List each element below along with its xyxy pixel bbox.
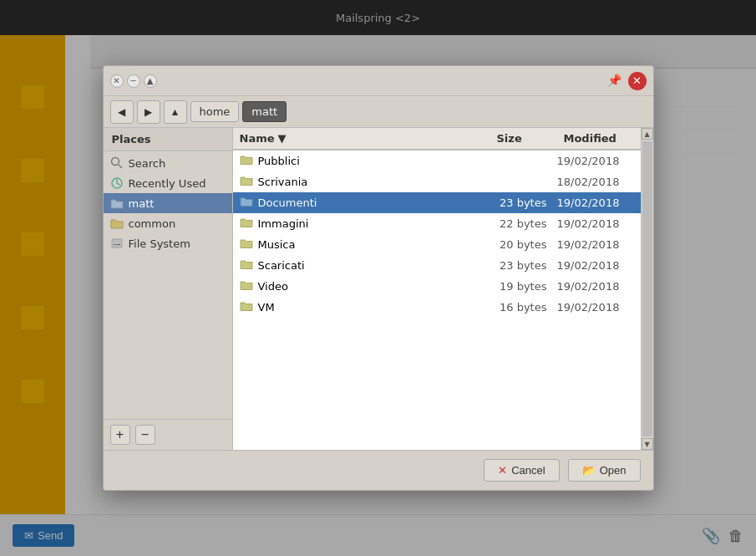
forward-button[interactable]: ▶ (137, 100, 160, 124)
file-name: Scaricati (258, 259, 305, 272)
back-button[interactable]: ◀ (110, 100, 134, 124)
file-row[interactable]: VM16 bytes19/02/2018 (233, 297, 641, 318)
dialog-titlebar-right: 📌 ✕ (606, 72, 647, 90)
file-modified-date: 19/02/2018 (557, 259, 641, 272)
file-size: 23 bytes (490, 259, 557, 272)
files-header: Name ▼ Size Modified (233, 128, 641, 150)
col-header-name[interactable]: Name ▼ (233, 128, 490, 149)
search-icon (110, 156, 124, 170)
up-button[interactable]: ▲ (164, 100, 187, 124)
file-name: Scrivania (258, 176, 308, 188)
file-size: 16 bytes (490, 301, 557, 314)
place-matt-label: matt (129, 197, 155, 210)
file-size: 20 bytes (490, 238, 557, 251)
file-name-cell: Scaricati (233, 258, 490, 273)
dialog-expand-btn[interactable]: ▲ (144, 74, 157, 88)
file-name-cell: Documenti (233, 195, 490, 211)
back-icon: ◀ (118, 106, 125, 118)
file-dialog: ✕ − ▲ 📌 ✕ ◀ ▶ ▲ home matt (103, 65, 654, 491)
folder-icon (240, 153, 253, 169)
open-button[interactable]: 📂 Open (568, 459, 641, 482)
places-footer: + − (104, 419, 232, 450)
svg-rect-4 (114, 244, 115, 245)
home-breadcrumb[interactable]: home (190, 101, 240, 122)
svg-line-1 (119, 165, 122, 168)
file-size: 22 bytes (490, 217, 557, 230)
file-row[interactable]: Scaricati23 bytes19/02/2018 (233, 255, 641, 276)
file-name-cell: Scrivania (233, 174, 490, 190)
file-modified-date: 18/02/2018 (557, 176, 641, 188)
sort-arrow-icon: ▼ (278, 132, 287, 145)
file-modified-date: 19/02/2018 (557, 301, 641, 314)
col-header-modified[interactable]: Modified (557, 128, 641, 149)
forward-icon: ▶ (145, 106, 152, 118)
scroll-up-arrow[interactable]: ▲ (642, 128, 653, 140)
svg-rect-5 (116, 244, 120, 245)
file-name: VM (258, 301, 275, 314)
place-search-label: Search (129, 157, 166, 170)
open-icon: 📂 (582, 464, 596, 477)
pin-icon[interactable]: 📌 (606, 72, 623, 89)
file-name: Pubblici (258, 155, 300, 167)
modal-overlay: ✕ − ▲ 📌 ✕ ◀ ▶ ▲ home matt (0, 0, 756, 556)
dialog-footer: ✕ Cancel 📂 Open (104, 450, 653, 490)
file-name-cell: Musica (233, 237, 490, 252)
folder-icon (240, 299, 253, 315)
dialog-red-close-btn[interactable]: ✕ (628, 72, 647, 90)
file-modified-date: 19/02/2018 (557, 280, 641, 293)
file-modified-date: 19/02/2018 (557, 238, 641, 251)
matt-breadcrumb[interactable]: matt (242, 101, 287, 122)
file-name-cell: Video (233, 278, 490, 294)
add-place-button[interactable]: + (110, 425, 130, 445)
place-common[interactable]: common (104, 213, 232, 233)
drive-icon (110, 237, 124, 250)
col-header-size[interactable]: Size (490, 128, 557, 149)
file-name: Musica (258, 238, 296, 251)
place-file-system-label: File System (129, 237, 190, 250)
remove-place-button[interactable]: − (135, 425, 155, 445)
place-recently-used-label: Recently Used (129, 177, 206, 190)
file-name: Documenti (258, 196, 317, 209)
dialog-close-btn[interactable]: ✕ (110, 74, 124, 88)
matt-folder-icon (110, 196, 124, 210)
file-row[interactable]: Scrivania18/02/2018 (233, 171, 641, 192)
file-modified-date: 19/02/2018 (557, 196, 641, 209)
file-row[interactable]: Documenti23 bytes19/02/2018 (233, 192, 641, 213)
folder-icon (240, 258, 253, 273)
dialog-body: Places Search (104, 128, 653, 450)
files-panel: Name ▼ Size Modified Pubblici19/02/2018 … (233, 128, 641, 450)
folder-icon (240, 216, 253, 232)
files-list: Pubblici19/02/2018 Scrivania18/02/2018 D… (233, 150, 641, 450)
file-size: 23 bytes (490, 196, 557, 209)
place-recently-used[interactable]: Recently Used (104, 173, 232, 193)
place-common-label: common (129, 217, 176, 230)
recent-icon (110, 176, 124, 190)
places-panel: Places Search (104, 128, 233, 450)
file-row[interactable]: Video19 bytes19/02/2018 (233, 276, 641, 297)
file-row[interactable]: Immagini22 bytes19/02/2018 (233, 213, 641, 234)
file-name: Video (258, 280, 288, 293)
scroll-thumb[interactable] (642, 141, 652, 436)
dialog-minimize-btn[interactable]: − (127, 74, 140, 88)
file-modified-date: 19/02/2018 (557, 155, 641, 167)
svg-rect-3 (112, 239, 122, 247)
dialog-titlebar: ✕ − ▲ 📌 ✕ (104, 66, 653, 96)
common-folder-icon (110, 217, 124, 230)
cancel-button[interactable]: ✕ Cancel (484, 459, 559, 482)
place-file-system[interactable]: File System (104, 233, 232, 253)
places-list: Search Recently Used (104, 151, 232, 419)
file-modified-date: 19/02/2018 (557, 217, 641, 230)
place-matt[interactable]: matt (104, 193, 232, 213)
scrollbar-track[interactable]: ▲ ▼ (641, 128, 653, 450)
file-row[interactable]: Musica20 bytes19/02/2018 (233, 234, 641, 255)
file-name-cell: Immagini (233, 216, 490, 232)
file-size: 19 bytes (490, 280, 557, 293)
folder-icon (240, 237, 253, 252)
scroll-down-arrow[interactable]: ▼ (642, 438, 653, 450)
cancel-icon: ✕ (498, 464, 507, 477)
file-row[interactable]: Pubblici19/02/2018 (233, 150, 641, 171)
place-search[interactable]: Search (104, 153, 232, 173)
up-icon: ▲ (170, 106, 180, 118)
file-name-cell: Pubblici (233, 153, 490, 169)
file-name-cell: VM (233, 299, 490, 315)
